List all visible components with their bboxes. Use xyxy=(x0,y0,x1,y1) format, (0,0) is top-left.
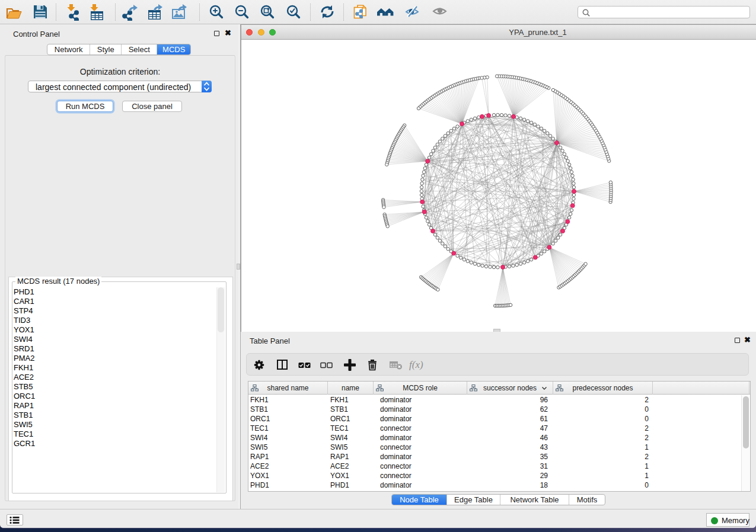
svg-text:f(x): f(x) xyxy=(409,359,423,370)
